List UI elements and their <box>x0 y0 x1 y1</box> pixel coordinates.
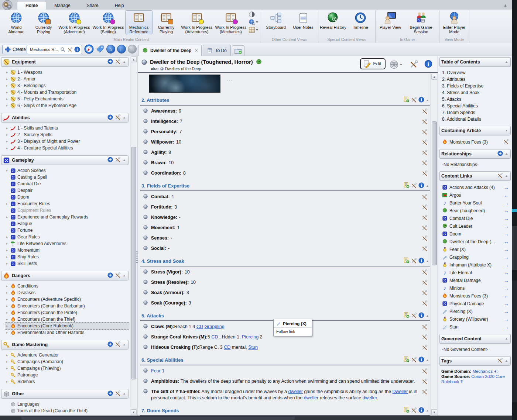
expand-arrow-icon[interactable]: ▸ <box>5 215 9 219</box>
tag-icon[interactable] <box>96 45 105 54</box>
link-direction-icon[interactable]: ← <box>504 192 509 198</box>
add-snippet-button[interactable] <box>403 356 410 364</box>
sidebar-item-action-scenes[interactable]: ▸Action Scenes <box>5 167 130 174</box>
ribbon-button-work-in-progress-adventure[interactable]: Work In Progress (Adventure) <box>57 10 91 34</box>
wrench-icon[interactable] <box>115 272 121 278</box>
wrench-icon[interactable] <box>422 108 428 114</box>
toc-item-4-stress-and-soak[interactable]: 4. Stress and Soak <box>442 89 510 96</box>
sidebar-item-combat-die[interactable]: Combat Die <box>5 180 130 187</box>
wrench-icon[interactable] <box>115 156 121 162</box>
sidebar-item-conditions[interactable]: ▸Conditions <box>5 283 130 289</box>
link-direction-icon[interactable]: → <box>504 254 509 260</box>
wrench-icon[interactable] <box>422 225 428 231</box>
toc-item-8-additional-details[interactable]: 8. Additional Details <box>442 116 510 123</box>
ribbon-button-currently-playing[interactable]: Currently Playing <box>30 10 57 34</box>
content-link-stun[interactable]: Stun <box>248 345 258 350</box>
section-info-button[interactable] <box>418 182 424 190</box>
expand-arrow-icon[interactable]: ▸ <box>5 133 9 137</box>
tools-button[interactable] <box>115 58 121 66</box>
info-icon[interactable] <box>418 97 424 103</box>
tools-button[interactable] <box>497 357 503 365</box>
link-direction-icon[interactable]: → <box>504 208 509 214</box>
section-tools-button[interactable] <box>411 407 417 414</box>
sidebar-item-fatigue[interactable]: Fatigue <box>5 220 130 227</box>
sidebar-item-momentum[interactable]: ▸Momentum <box>5 247 130 254</box>
panel-header-governed-content[interactable]: Governed Content▲ <box>439 334 511 344</box>
ribbon-button-user-notes[interactable]: User Notes <box>290 10 317 30</box>
content-link-sorcery-willpower[interactable]: Sorcery (Willpower)→ <box>442 315 510 323</box>
app-logo-icon[interactable] <box>1 0 16 12</box>
toc-item-6-special-abilities[interactable]: 6. Special Abilities <box>442 103 510 109</box>
addsnip-icon[interactable] <box>403 96 410 103</box>
sidebar-item-encounters-core-rulebook[interactable]: ▸Encounters (Core Rulebook) <box>5 323 130 329</box>
add-button[interactable] <box>107 59 113 66</box>
wrench-icon[interactable] <box>411 407 417 413</box>
ribbon-button-currently-playing[interactable]: Currently Playing <box>153 10 180 34</box>
content-link-inhuman-attribute-x[interactable]: Inhuman (Attribute X)→ <box>442 261 510 269</box>
scroll-up-icon[interactable]: ▲ <box>431 74 437 80</box>
expand-arrow-icon[interactable]: ▸ <box>5 317 9 321</box>
sidebar-item-gear-rules[interactable]: ▸Gear Rules <box>5 234 130 240</box>
snippet-tools-button[interactable] <box>422 204 428 212</box>
sidebar-item-1-skills-and-talents[interactable]: ▸1 - Skills and Talents <box>5 125 130 131</box>
snippet-tools-button[interactable] <box>422 290 428 297</box>
link-direction-icon[interactable]: → <box>504 247 509 252</box>
content-link-cd[interactable]: CD <box>196 324 203 329</box>
sidebar-item-life-between-adventures[interactable]: ▸Life Between Adventures <box>5 240 130 247</box>
add-button[interactable] <box>107 341 113 348</box>
snippet-tools-button[interactable] <box>422 245 428 253</box>
ribbon-minimize-icon[interactable]: ▲ <box>503 3 507 7</box>
content-link-cd[interactable]: CD <box>224 345 230 350</box>
panel-header-relationships[interactable]: Relationships▲ <box>439 149 511 159</box>
content-link-barter-your-soul[interactable]: ♪Barter Your Soul→ <box>442 199 510 207</box>
sidebar-item-equipment-rules[interactable]: Equipment Rules <box>5 207 130 214</box>
wrench-icon[interactable] <box>422 368 428 374</box>
add-button[interactable] <box>107 390 113 397</box>
add-snippet-button[interactable] <box>403 257 410 265</box>
wrench-icon[interactable] <box>115 114 121 120</box>
content-link-cult-leader[interactable]: Cult Leader→ <box>442 222 510 230</box>
panel-header-game-mastering[interactable]: Game Mastering▲ <box>1 340 129 350</box>
panel-header-content-links[interactable]: Content Links▲ <box>439 171 511 181</box>
section-tools-button[interactable] <box>411 97 417 104</box>
ribbon-button-work-in-progress-adventures[interactable]: Work In Progress (Adventures) <box>180 10 214 34</box>
expand-arrow-icon[interactable]: ▸ <box>5 97 9 101</box>
wrench-icon[interactable] <box>411 312 417 318</box>
expand-arrow-icon[interactable]: ▸ <box>5 366 9 370</box>
wrench-icon[interactable] <box>422 139 428 145</box>
toc-item-5-attacks[interactable]: 5. Attacks <box>442 96 510 103</box>
back-button[interactable]: ← <box>117 45 126 54</box>
info-icon[interactable] <box>418 312 424 318</box>
wrench-icon[interactable] <box>411 97 417 103</box>
wrench-icon[interactable] <box>422 324 428 330</box>
link-direction-icon[interactable]: → <box>504 223 509 229</box>
section-tools-button[interactable] <box>411 312 417 320</box>
addsnip-icon[interactable] <box>403 312 410 318</box>
wrench-icon[interactable] <box>422 235 428 241</box>
info-icon[interactable] <box>418 182 424 188</box>
snippet-tools-button[interactable] <box>422 378 428 386</box>
tools-button[interactable] <box>115 272 121 279</box>
section-tools-button[interactable] <box>411 357 417 364</box>
wrench-icon[interactable] <box>422 214 428 220</box>
ribbon-button-world-almanac[interactable]: World Almanac <box>3 10 30 34</box>
snippet-tools-button[interactable] <box>422 344 428 352</box>
addsnip-icon[interactable] <box>403 257 410 264</box>
ribbon-small-contrast[interactable] <box>249 11 258 18</box>
expand-arrow-icon[interactable]: ▸ <box>5 262 9 265</box>
sidebar-item-5-petty-enchantments[interactable]: ▸5 - Petty Enchantments <box>5 96 130 102</box>
toc-item-3-fields-of-expertise[interactable]: 3. Fields of Expertise <box>442 83 510 89</box>
collapse-icon[interactable]: ▲ <box>505 152 508 155</box>
snippet-tools-button[interactable] <box>422 279 428 287</box>
link-direction-icon[interactable]: → <box>504 216 509 221</box>
collapse-icon[interactable]: ▲ <box>123 159 126 162</box>
snippet-tools-button[interactable] <box>422 118 428 126</box>
link-direction-icon[interactable]: → <box>504 200 509 206</box>
panel-header-dangers[interactable]: Dangers▲ <box>1 271 129 280</box>
section-info-button[interactable] <box>418 97 424 104</box>
collapse-icon[interactable]: ▲ <box>505 359 508 362</box>
add-button[interactable] <box>107 157 113 164</box>
expand-arrow-icon[interactable]: ▸ <box>5 146 9 150</box>
content-link-mental-damage[interactable]: Mental Damage→ <box>442 276 510 284</box>
snippet-tools-button[interactable] <box>422 300 428 308</box>
